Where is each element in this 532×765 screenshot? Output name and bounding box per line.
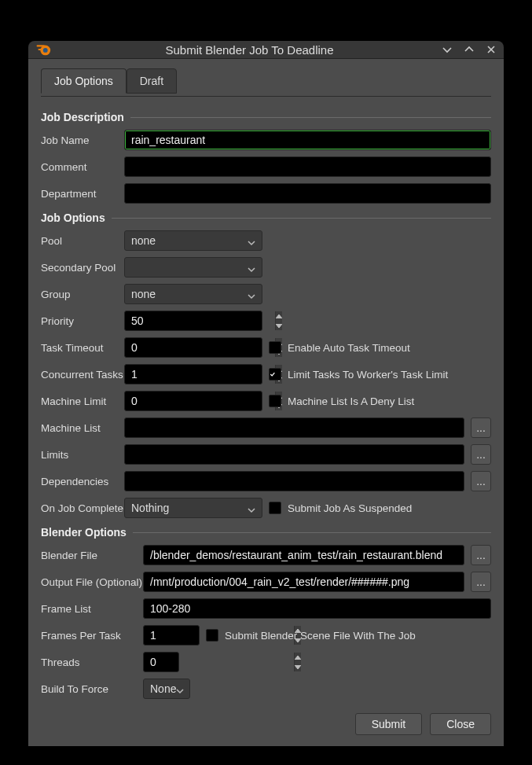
dialog-footer: Submit Close: [41, 702, 491, 735]
label-secondary-pool: Secondary Pool: [41, 262, 124, 274]
spin-down-icon[interactable]: [276, 321, 282, 330]
pool-dropdown[interactable]: none: [124, 230, 262, 251]
close-button[interactable]: Close: [430, 713, 491, 735]
limit-tasks-worker-checkbox[interactable]: [269, 368, 281, 381]
svg-marker-4: [276, 314, 282, 318]
section-job-options: Job Options: [41, 211, 491, 224]
window-title: Submit Blender Job To Deadline: [58, 43, 441, 57]
dialog-content: Job Options Draft Job Description Job Na…: [28, 58, 504, 746]
threads-input[interactable]: [144, 653, 294, 671]
label-priority: Priority: [41, 315, 124, 327]
job-name-input[interactable]: [124, 130, 491, 150]
label-dependencies: Dependencies: [41, 476, 124, 487]
spin-buttons[interactable]: [275, 311, 282, 330]
section-job-description: Job Description: [41, 111, 491, 123]
blender-file-input[interactable]: [143, 545, 464, 565]
blender-icon: [35, 41, 52, 58]
minimize-icon[interactable]: [441, 43, 453, 56]
machine-list-browse-button[interactable]: ...: [471, 417, 491, 438]
svg-marker-15: [295, 665, 301, 669]
svg-marker-14: [295, 656, 301, 660]
label-build-to-force: Build To Force: [41, 683, 143, 695]
blender-file-browse-button[interactable]: ...: [471, 545, 491, 565]
chevron-down-icon: [248, 237, 255, 245]
limits-input[interactable]: [124, 444, 464, 465]
label-comment: Comment: [41, 161, 124, 173]
output-file-input[interactable]: [143, 572, 464, 592]
label-group: Group: [41, 289, 124, 300]
comment-input[interactable]: [124, 156, 491, 177]
chevron-down-icon: [176, 685, 184, 693]
label-machine-limit: Machine Limit: [41, 395, 124, 407]
enable-auto-task-timeout-label: Enable Auto Task Timeout: [288, 342, 410, 354]
priority-input[interactable]: [125, 311, 275, 330]
machine-limit-spinbox[interactable]: [124, 391, 262, 411]
frame-list-input[interactable]: [143, 598, 491, 619]
label-output-file: Output File (Optional): [41, 576, 143, 588]
concurrent-tasks-input[interactable]: [125, 365, 275, 384]
dependencies-browse-button[interactable]: ...: [471, 471, 491, 491]
group-value: none: [131, 288, 156, 300]
machine-list-deny-label: Machine List Is A Deny List: [288, 395, 414, 407]
label-threads: Threads: [41, 657, 143, 668]
department-input[interactable]: [124, 183, 491, 204]
section-label: Job Options: [41, 211, 105, 224]
spin-buttons[interactable]: [294, 653, 301, 671]
output-file-browse-button[interactable]: ...: [471, 572, 491, 592]
label-machine-list: Machine List: [41, 422, 124, 434]
priority-spinbox[interactable]: [124, 311, 262, 331]
divider-line: [133, 532, 491, 533]
divider-line: [112, 218, 491, 219]
spin-up-icon[interactable]: [295, 653, 301, 662]
tab-divider: [41, 96, 491, 97]
label-on-job-complete: On Job Complete: [41, 502, 124, 514]
machine-list-input[interactable]: [124, 417, 464, 438]
label-limits: Limits: [41, 449, 124, 461]
on-job-complete-value: Nothing: [131, 502, 169, 514]
enable-auto-task-timeout-checkbox[interactable]: [269, 341, 281, 354]
submit-dialog: Submit Blender Job To Deadline Job Optio…: [28, 41, 504, 718]
spin-up-icon[interactable]: [276, 311, 282, 321]
concurrent-tasks-spinbox[interactable]: [124, 364, 262, 384]
label-job-name: Job Name: [41, 134, 124, 146]
label-frames-per-task: Frames Per Task: [41, 630, 143, 642]
secondary-pool-dropdown[interactable]: [124, 257, 262, 278]
svg-marker-5: [276, 324, 282, 328]
task-timeout-input[interactable]: [125, 338, 275, 357]
limits-browse-button[interactable]: ...: [471, 444, 491, 465]
on-job-complete-dropdown[interactable]: Nothing: [124, 498, 262, 518]
machine-limit-input[interactable]: [125, 392, 275, 410]
frames-per-task-spinbox[interactable]: [143, 625, 200, 645]
titlebar: Submit Blender Job To Deadline: [28, 41, 504, 58]
label-frame-list: Frame List: [41, 603, 143, 615]
section-label: Job Description: [41, 111, 124, 123]
maximize-icon[interactable]: [463, 43, 475, 56]
build-to-force-dropdown[interactable]: None: [143, 679, 190, 699]
submit-scene-with-job-checkbox[interactable]: [206, 629, 218, 642]
label-concurrent-tasks: Concurrent Tasks: [41, 369, 124, 381]
limit-tasks-worker-label: Limit Tasks To Worker's Task Limit: [288, 369, 448, 381]
tab-job-options[interactable]: Job Options: [41, 68, 127, 94]
label-blender-file: Blender File: [41, 550, 143, 561]
chevron-down-icon: [248, 263, 255, 271]
dependencies-input[interactable]: [124, 471, 464, 491]
svg-point-1: [43, 48, 48, 53]
build-to-force-value: None: [150, 682, 176, 695]
spin-down-icon[interactable]: [295, 662, 301, 671]
machine-list-deny-checkbox[interactable]: [269, 395, 281, 407]
divider-line: [130, 117, 491, 118]
label-task-timeout: Task Timeout: [41, 342, 124, 354]
task-timeout-spinbox[interactable]: [124, 337, 262, 358]
group-dropdown[interactable]: none: [124, 284, 262, 304]
pool-value: none: [131, 234, 156, 247]
submit-suspended-checkbox[interactable]: [269, 502, 281, 514]
submit-scene-with-job-label: Submit Blender Scene File With The Job: [225, 630, 416, 642]
submit-suspended-label: Submit Job As Suspended: [288, 502, 412, 514]
close-icon[interactable]: [485, 43, 497, 56]
tab-draft[interactable]: Draft: [127, 68, 177, 94]
threads-spinbox[interactable]: [143, 652, 179, 672]
section-blender-options: Blender Options: [41, 526, 491, 539]
label-pool: Pool: [41, 235, 124, 247]
chevron-down-icon: [248, 290, 255, 298]
submit-button[interactable]: Submit: [355, 713, 423, 735]
